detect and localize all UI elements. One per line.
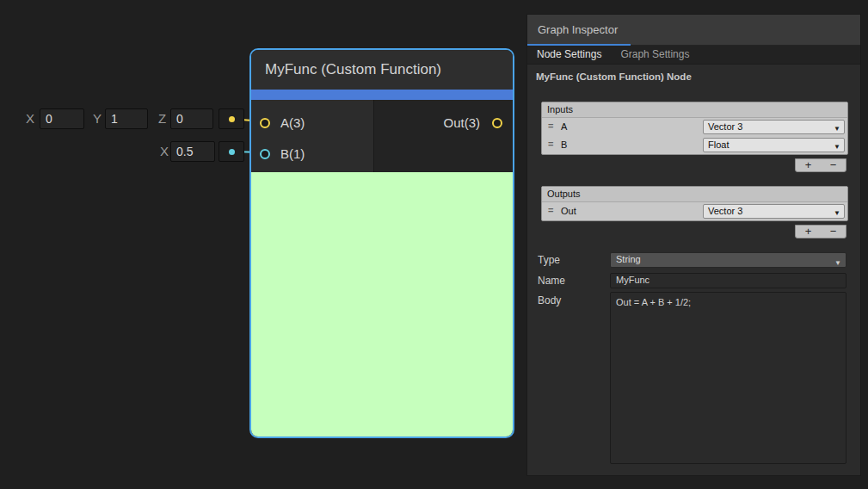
input-row-a-type-value: Vector 3 <box>708 121 742 132</box>
inputs-list-footer: + − <box>795 158 846 172</box>
vector3-output-port[interactable] <box>219 108 244 129</box>
inputs-add-button[interactable]: + <box>800 159 817 171</box>
body-label: Body <box>538 294 561 306</box>
float-x-label: X <box>160 144 169 159</box>
input-port-a-icon[interactable] <box>260 118 270 128</box>
vector3-z-field[interactable]: 0 <box>170 108 213 129</box>
outputs-list-header: Outputs <box>542 187 847 202</box>
dropdown-arrow-icon: ▼ <box>834 123 840 135</box>
drag-handle-icon[interactable]: = <box>548 139 552 149</box>
output-port-out-label: Out(3) <box>443 115 480 131</box>
vector3-x-field[interactable]: 0 <box>40 108 84 129</box>
outputs-add-button[interactable]: + <box>800 226 817 238</box>
outputs-list: Outputs = Out Vector 3 ▼ <box>541 186 848 221</box>
output-row-out[interactable]: = Out Vector 3 ▼ <box>542 202 847 220</box>
dropdown-arrow-icon: ▼ <box>834 141 840 153</box>
output-port-out-icon[interactable] <box>492 118 502 128</box>
body-field[interactable]: Out = A + B + 1/2; <box>610 292 846 464</box>
outputs-list-footer: + − <box>795 225 846 238</box>
outputs-remove-button[interactable]: − <box>825 226 842 238</box>
dropdown-arrow-icon: ▼ <box>834 207 840 220</box>
input-port-column <box>251 100 374 172</box>
name-field[interactable]: MyFunc <box>610 273 846 288</box>
output-row-out-type-value: Vector 3 <box>708 206 742 216</box>
input-port-b-icon[interactable] <box>260 149 270 159</box>
type-label: Type <box>538 254 560 266</box>
myfunc-node[interactable]: MyFunc (Custom Function) A(3) B(1) Out(3… <box>249 48 514 438</box>
inspector-tab-bar: Node Settings Graph Settings <box>527 46 860 65</box>
drag-handle-icon[interactable]: = <box>548 121 552 131</box>
inspector-title-bar[interactable]: Graph Inspector <box>527 15 860 46</box>
type-dropdown[interactable]: String ▼ <box>610 252 846 268</box>
input-port-b-label: B(1) <box>280 146 305 162</box>
drag-handle-icon[interactable]: = <box>548 205 552 215</box>
vector3-y-label: Y <box>93 111 102 127</box>
inputs-list: Inputs = A Vector 3 ▼ = B Float ▼ <box>541 102 848 155</box>
dropdown-arrow-icon: ▼ <box>834 257 841 269</box>
input-row-b-type-value: Float <box>708 139 729 150</box>
inspector-title: Graph Inspector <box>538 23 618 36</box>
float-x-field[interactable]: 0.5 <box>170 141 215 162</box>
type-value: String <box>616 254 641 264</box>
input-row-b-name: B <box>561 139 567 150</box>
input-row-b-type-dropdown[interactable]: Float ▼ <box>703 138 845 152</box>
myfunc-node-color-strip <box>251 90 513 100</box>
input-row-b[interactable]: = B Float ▼ <box>542 136 847 154</box>
tab-graph-settings[interactable]: Graph Settings <box>611 46 699 64</box>
input-port-a-label: A(3) <box>280 115 305 131</box>
graph-inspector-panel: Graph Inspector Node Settings Graph Sett… <box>526 14 861 476</box>
node-preview <box>251 172 513 436</box>
vector3-y-field[interactable]: 1 <box>105 108 148 129</box>
inputs-list-header: Inputs <box>542 102 847 118</box>
selected-node-heading: MyFunc (Custom Function) Node <box>536 71 692 82</box>
input-row-a[interactable]: = A Vector 3 ▼ <box>542 118 847 136</box>
vector3-z-label: Z <box>158 111 166 127</box>
float-output-port[interactable] <box>219 141 244 162</box>
output-row-out-name: Out <box>561 206 576 216</box>
myfunc-node-port-area: A(3) B(1) Out(3) <box>251 100 513 172</box>
input-row-a-name: A <box>561 121 567 132</box>
float-port-dot-icon <box>229 149 235 155</box>
name-label: Name <box>538 275 565 287</box>
input-row-a-type-dropdown[interactable]: Vector 3 ▼ <box>703 120 845 134</box>
myfunc-node-title: MyFunc (Custom Function) <box>251 50 513 90</box>
vector3-x-label: X <box>26 111 34 127</box>
vector3-port-dot-icon <box>229 116 235 122</box>
inputs-remove-button[interactable]: − <box>825 159 842 171</box>
output-row-out-type-dropdown[interactable]: Vector 3 ▼ <box>703 204 845 219</box>
tab-node-settings[interactable]: Node Settings <box>527 46 611 64</box>
